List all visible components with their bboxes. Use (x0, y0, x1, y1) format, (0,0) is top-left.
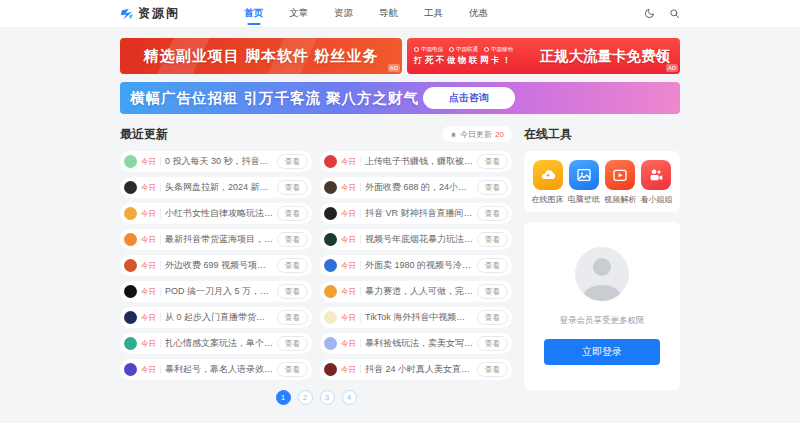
nav-item[interactable]: 优惠 (469, 0, 488, 27)
nav-item[interactable]: 文章 (289, 0, 308, 27)
item-title: TikTok 海外抖音中视频计划，涨粉变现… (365, 311, 473, 324)
list-item[interactable]: 今日 最新抖音带货蓝海项目，用户需求极大… 查看 (120, 229, 312, 250)
view-button[interactable]: 查看 (477, 180, 508, 195)
divider (160, 183, 161, 192)
view-button[interactable]: 查看 (477, 206, 508, 221)
ad-banner-right[interactable]: 中国电信 中国联通 中国移动 打死不做物联网卡！ (407, 38, 680, 74)
avatar (124, 285, 137, 298)
list-item[interactable]: 今日 上传电子书赚钱，赚取被动美金收入，… 查看 (320, 151, 512, 172)
online-tools-title: 在线工具 (524, 126, 572, 143)
list-item[interactable]: 今日 暴力赛道，人人可做，完全 0 成本，轻… 查看 (320, 281, 512, 302)
view-button[interactable]: 查看 (477, 336, 508, 351)
list-item[interactable]: 今日 暴利起号，靠名人语录效应带书籍，抖… 查看 (120, 359, 312, 380)
view-button[interactable]: 查看 (277, 258, 308, 273)
list-item[interactable]: 今日 抖音 VR 财神抖音直播间，日入5000+… 查看 (320, 203, 512, 224)
list-item[interactable]: 今日 POD 搞一刀月入 5 万，虚拟资源差价玩… 查看 (120, 281, 312, 302)
list-item[interactable]: 今日 扎心情感文案玩法，单个作品变现 3000… 查看 (120, 333, 312, 354)
divider (160, 261, 161, 270)
view-button[interactable]: 查看 (477, 362, 508, 377)
login-button[interactable]: 立即登录 (544, 339, 660, 365)
today-tag: 今日 (141, 287, 156, 297)
list-item[interactable]: 今日 TikTok 海外抖音中视频计划，涨粉变现… 查看 (320, 307, 512, 328)
item-title: 上传电子书赚钱，赚取被动美金收入，… (365, 155, 473, 168)
view-button[interactable]: 查看 (477, 284, 508, 299)
view-button[interactable]: 查看 (477, 310, 508, 325)
view-button[interactable]: 查看 (277, 310, 308, 325)
list-item[interactable]: 今日 抖音 24 小时真人美女直播，一场直播… 查看 (320, 359, 512, 380)
today-tag: 今日 (141, 235, 156, 245)
view-button[interactable]: 查看 (477, 154, 508, 169)
divider (360, 209, 361, 218)
list-item[interactable]: 今日 外边收费 699 视频号项目，最新玩法，… 查看 (120, 255, 312, 276)
carrier-name: 中国联通 (456, 46, 478, 53)
avatar (124, 311, 137, 324)
avatar (124, 337, 137, 350)
list-item[interactable]: 今日 从 0 起步入门直播带货，从组团队到引… 查看 (120, 307, 312, 328)
view-button[interactable]: 查看 (277, 232, 308, 247)
view-button[interactable]: 查看 (477, 258, 508, 273)
list-item[interactable]: 今日 小红书女性自律攻略玩法，起号一周1W… 查看 (120, 203, 312, 224)
item-title: 最新抖音带货蓝海项目，用户需求极大… (165, 233, 273, 246)
today-update-label: 今日更新 (460, 129, 492, 140)
rent-banner[interactable]: 横幅广告位招租 引万千客流 聚八方之财气 点击咨询 (120, 82, 680, 114)
list-item[interactable]: 今日 视频号年底烟花暴力玩法，涨粉迅速,变… 查看 (320, 229, 512, 250)
today-tag: 今日 (341, 339, 356, 349)
ad-tag: AD (388, 64, 400, 72)
tool-label: 电脑壁纸 (568, 194, 600, 205)
list-item[interactable]: 今日 外面卖 1980 的视频号冷门三农赛道销… 查看 (320, 255, 512, 276)
dark-mode-icon[interactable] (644, 8, 655, 19)
view-button[interactable]: 查看 (277, 180, 308, 195)
list-item[interactable]: 今日 0 投入每天 30 秒，抖音全自动挂机躺赚… 查看 (120, 151, 312, 172)
nav-item[interactable]: 首页 (244, 0, 263, 27)
avatar (324, 155, 337, 168)
nav-item[interactable]: 工具 (424, 0, 443, 27)
guest-avatar (575, 247, 629, 301)
nav-item[interactable]: 资源 (334, 0, 353, 27)
view-button[interactable]: 查看 (277, 206, 308, 221)
view-button[interactable]: 查看 (277, 284, 308, 299)
recent-updates-title: 最近更新 (120, 126, 168, 143)
today-tag: 今日 (141, 339, 156, 349)
avatar (324, 311, 337, 324)
avatar (124, 155, 137, 168)
item-title: 抖音 VR 财神抖音直播间，日入5000+… (365, 207, 473, 220)
logo-text: 资源阁 (138, 5, 180, 22)
page-button[interactable]: 1 (276, 390, 291, 405)
tool-girls[interactable]: 看小姐姐 (640, 160, 673, 205)
logo-icon (120, 7, 134, 21)
view-button[interactable]: 查看 (277, 336, 308, 351)
today-update-badge: 今日更新 20 (442, 126, 512, 142)
divider (160, 209, 161, 218)
item-title: 扎心情感文案玩法，单个作品变现 3000… (165, 337, 273, 350)
avatar (324, 233, 337, 246)
tool-video-parse[interactable]: 视频解析 (604, 160, 637, 205)
view-button[interactable]: 查看 (277, 362, 308, 377)
avatar (324, 207, 337, 220)
avatar (324, 181, 337, 194)
page-button[interactable]: 2 (298, 390, 313, 405)
carrier-logo-icon (449, 47, 454, 52)
list-item[interactable]: 今日 外面收费 688 的，24小时无人财神直播… 查看 (320, 177, 512, 198)
today-tag: 今日 (141, 261, 156, 271)
view-button[interactable]: 查看 (277, 154, 308, 169)
item-title: 外边收费 699 视频号项目，最新玩法，… (165, 259, 273, 272)
ad-banner-left[interactable]: 精选副业项目 脚本软件 粉丝业务 AD (120, 38, 402, 74)
list-item[interactable]: 今日 暴利捡钱玩法，卖美女写真视频，100%… 查看 (320, 333, 512, 354)
list-item[interactable]: 今日 头条网盘拉新，2024 新玩法，操作简单… 查看 (120, 177, 312, 198)
item-title: POD 搞一刀月入 5 万，虚拟资源差价玩… (165, 285, 273, 298)
page-button[interactable]: 3 (320, 390, 335, 405)
main-nav: 首页 文章 资源 导航 工具 优惠 (244, 0, 488, 27)
online-tools-card: 在线图床 电脑壁纸 视频解析 (524, 151, 680, 212)
bell-icon (450, 131, 457, 138)
divider (360, 235, 361, 244)
consult-button[interactable]: 点击咨询 (423, 87, 515, 109)
search-icon[interactable] (669, 8, 680, 19)
view-button[interactable]: 查看 (477, 232, 508, 247)
nav-item[interactable]: 导航 (379, 0, 398, 27)
page-button[interactable]: 4 (342, 390, 357, 405)
site-logo[interactable]: 资源阁 (120, 5, 180, 22)
divider (160, 339, 161, 348)
item-title: 0 投入每天 30 秒，抖音全自动挂机躺赚… (165, 155, 273, 168)
tool-wallpaper[interactable]: 电脑壁纸 (567, 160, 600, 205)
tool-image-host[interactable]: 在线图床 (531, 160, 564, 205)
